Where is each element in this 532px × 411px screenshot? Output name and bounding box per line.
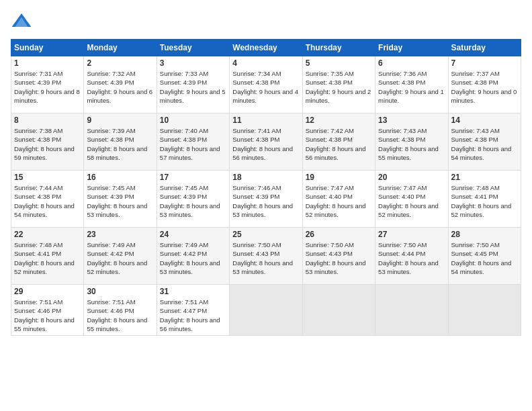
day-number: 31 — [160, 287, 226, 296]
day-number: 14 — [451, 116, 518, 125]
daylight-label: Daylight: 8 hours and 56 minutes. — [160, 316, 220, 332]
day-info: Sunrise: 7:41 AM Sunset: 4:38 PM Dayligh… — [232, 126, 299, 162]
day-number: 28 — [451, 230, 518, 239]
calendar-cell: 22 Sunrise: 7:48 AM Sunset: 4:41 PM Dayl… — [11, 228, 84, 285]
sunset-label: Sunset: 4:42 PM — [87, 250, 134, 257]
day-number: 27 — [378, 230, 445, 239]
daylight-label: Daylight: 8 hours and 55 minutes. — [14, 316, 75, 332]
sunset-label: Sunset: 4:44 PM — [378, 250, 425, 257]
daylight-label: Daylight: 8 hours and 52 minutes. — [451, 202, 512, 218]
day-info: Sunrise: 7:35 AM Sunset: 4:38 PM Dayligh… — [306, 69, 372, 105]
day-number: 20 — [378, 173, 445, 182]
sunset-label: Sunset: 4:47 PM — [160, 307, 207, 314]
calendar-week-2: 8 Sunrise: 7:38 AM Sunset: 4:38 PM Dayli… — [11, 113, 521, 171]
header — [11, 11, 521, 32]
sunset-label: Sunset: 4:45 PM — [451, 250, 498, 257]
day-info: Sunrise: 7:46 AM Sunset: 4:39 PM Dayligh… — [232, 183, 299, 219]
day-number: 10 — [160, 116, 226, 125]
day-number: 18 — [232, 173, 299, 182]
sunrise-label: Sunrise: 7:50 AM — [306, 241, 354, 248]
calendar-cell: 7 Sunrise: 7:37 AM Sunset: 4:38 PM Dayli… — [448, 56, 521, 113]
sunrise-label: Sunrise: 7:50 AM — [451, 241, 500, 248]
calendar-cell — [302, 285, 375, 336]
daylight-label: Daylight: 8 hours and 53 minutes. — [160, 202, 220, 218]
calendar-cell: 19 Sunrise: 7:47 AM Sunset: 4:40 PM Dayl… — [302, 171, 375, 228]
calendar-cell: 28 Sunrise: 7:50 AM Sunset: 4:45 PM Dayl… — [448, 228, 521, 285]
day-info: Sunrise: 7:50 AM Sunset: 4:44 PM Dayligh… — [378, 240, 445, 276]
calendar-cell: 30 Sunrise: 7:51 AM Sunset: 4:46 PM Dayl… — [84, 285, 157, 336]
sunset-label: Sunset: 4:46 PM — [87, 307, 134, 314]
calendar-cell: 27 Sunrise: 7:50 AM Sunset: 4:44 PM Dayl… — [375, 228, 448, 285]
sunset-label: Sunset: 4:41 PM — [14, 250, 61, 257]
daylight-label: Daylight: 8 hours and 55 minutes. — [87, 316, 147, 332]
daylight-label: Daylight: 8 hours and 59 minutes. — [14, 145, 75, 161]
sunrise-label: Sunrise: 7:43 AM — [378, 127, 427, 134]
sunrise-label: Sunrise: 7:31 AM — [14, 70, 62, 77]
day-info: Sunrise: 7:50 AM Sunset: 4:43 PM Dayligh… — [306, 240, 372, 276]
daylight-label: Daylight: 8 hours and 53 minutes. — [378, 259, 439, 275]
sunrise-label: Sunrise: 7:49 AM — [160, 241, 208, 248]
daylight-label: Daylight: 8 hours and 54 minutes. — [451, 145, 512, 161]
calendar-cell: 31 Sunrise: 7:51 AM Sunset: 4:47 PM Dayl… — [157, 285, 229, 336]
day-number: 2 — [87, 58, 153, 68]
calendar-week-5: 29 Sunrise: 7:51 AM Sunset: 4:46 PM Dayl… — [11, 285, 521, 336]
calendar-week-3: 15 Sunrise: 7:44 AM Sunset: 4:38 PM Dayl… — [11, 171, 521, 228]
calendar-cell: 1 Sunrise: 7:31 AM Sunset: 4:39 PM Dayli… — [11, 56, 84, 113]
daylight-label: Daylight: 8 hours and 53 minutes. — [87, 202, 147, 218]
sunset-label: Sunset: 4:43 PM — [232, 250, 279, 257]
sunrise-label: Sunrise: 7:42 AM — [306, 127, 354, 134]
day-info: Sunrise: 7:50 AM Sunset: 4:43 PM Dayligh… — [232, 240, 299, 276]
calendar-cell: 4 Sunrise: 7:34 AM Sunset: 4:38 PM Dayli… — [230, 56, 302, 113]
calendar-cell: 18 Sunrise: 7:46 AM Sunset: 4:39 PM Dayl… — [230, 171, 302, 228]
sunrise-label: Sunrise: 7:51 AM — [14, 298, 62, 306]
calendar-cell: 12 Sunrise: 7:42 AM Sunset: 4:38 PM Dayl… — [302, 113, 375, 171]
day-info: Sunrise: 7:51 AM Sunset: 4:46 PM Dayligh… — [87, 298, 153, 333]
sunrise-label: Sunrise: 7:48 AM — [14, 241, 62, 248]
calendar-cell: 5 Sunrise: 7:35 AM Sunset: 4:38 PM Dayli… — [302, 56, 375, 113]
day-number: 13 — [378, 116, 445, 125]
day-number: 8 — [14, 116, 81, 125]
sunset-label: Sunset: 4:41 PM — [451, 193, 498, 200]
day-number: 26 — [306, 230, 372, 239]
calendar-cell: 3 Sunrise: 7:33 AM Sunset: 4:39 PM Dayli… — [157, 56, 229, 113]
sunset-label: Sunset: 4:43 PM — [306, 250, 353, 257]
daylight-label: Daylight: 8 hours and 52 minutes. — [378, 202, 439, 218]
day-info: Sunrise: 7:32 AM Sunset: 4:39 PM Dayligh… — [87, 69, 153, 105]
sunset-label: Sunset: 4:38 PM — [451, 79, 498, 86]
day-info: Sunrise: 7:47 AM Sunset: 4:40 PM Dayligh… — [306, 183, 372, 219]
day-info: Sunrise: 7:51 AM Sunset: 4:46 PM Dayligh… — [14, 298, 81, 333]
sunset-label: Sunset: 4:38 PM — [160, 136, 207, 143]
calendar-header-thursday: Thursday — [302, 40, 375, 56]
day-number: 7 — [451, 58, 518, 68]
sunrise-label: Sunrise: 7:34 AM — [232, 70, 281, 77]
sunset-label: Sunset: 4:38 PM — [378, 136, 425, 143]
day-info: Sunrise: 7:38 AM Sunset: 4:38 PM Dayligh… — [14, 126, 81, 162]
calendar-header-sunday: Sunday — [11, 40, 84, 56]
day-info: Sunrise: 7:31 AM Sunset: 4:39 PM Dayligh… — [14, 69, 81, 105]
sunrise-label: Sunrise: 7:46 AM — [232, 184, 281, 191]
day-info: Sunrise: 7:43 AM Sunset: 4:38 PM Dayligh… — [378, 126, 445, 162]
sunset-label: Sunset: 4:39 PM — [87, 79, 134, 86]
calendar-cell: 8 Sunrise: 7:38 AM Sunset: 4:38 PM Dayli… — [11, 113, 84, 171]
daylight-label: Daylight: 9 hours and 0 minutes. — [451, 88, 517, 104]
calendar-cell: 16 Sunrise: 7:45 AM Sunset: 4:39 PM Dayl… — [84, 171, 157, 228]
day-info: Sunrise: 7:49 AM Sunset: 4:42 PM Dayligh… — [160, 240, 226, 276]
sunset-label: Sunset: 4:38 PM — [306, 79, 353, 86]
daylight-label: Daylight: 8 hours and 54 minutes. — [451, 259, 512, 275]
day-number: 1 — [14, 58, 81, 68]
day-number: 19 — [306, 173, 372, 182]
sunset-label: Sunset: 4:38 PM — [306, 136, 353, 143]
calendar-cell: 20 Sunrise: 7:47 AM Sunset: 4:40 PM Dayl… — [375, 171, 448, 228]
day-info: Sunrise: 7:49 AM Sunset: 4:42 PM Dayligh… — [87, 240, 153, 276]
calendar-header-wednesday: Wednesday — [230, 40, 302, 56]
day-number: 22 — [14, 230, 81, 239]
day-info: Sunrise: 7:34 AM Sunset: 4:38 PM Dayligh… — [232, 69, 299, 105]
day-number: 29 — [14, 287, 81, 296]
calendar-cell: 21 Sunrise: 7:48 AM Sunset: 4:41 PM Dayl… — [448, 171, 521, 228]
sunrise-label: Sunrise: 7:45 AM — [87, 184, 135, 191]
day-info: Sunrise: 7:48 AM Sunset: 4:41 PM Dayligh… — [14, 240, 81, 276]
calendar-header-friday: Friday — [375, 40, 448, 56]
calendar-cell: 24 Sunrise: 7:49 AM Sunset: 4:42 PM Dayl… — [157, 228, 229, 285]
calendar-cell: 6 Sunrise: 7:36 AM Sunset: 4:38 PM Dayli… — [375, 56, 448, 113]
day-info: Sunrise: 7:45 AM Sunset: 4:39 PM Dayligh… — [160, 183, 226, 219]
